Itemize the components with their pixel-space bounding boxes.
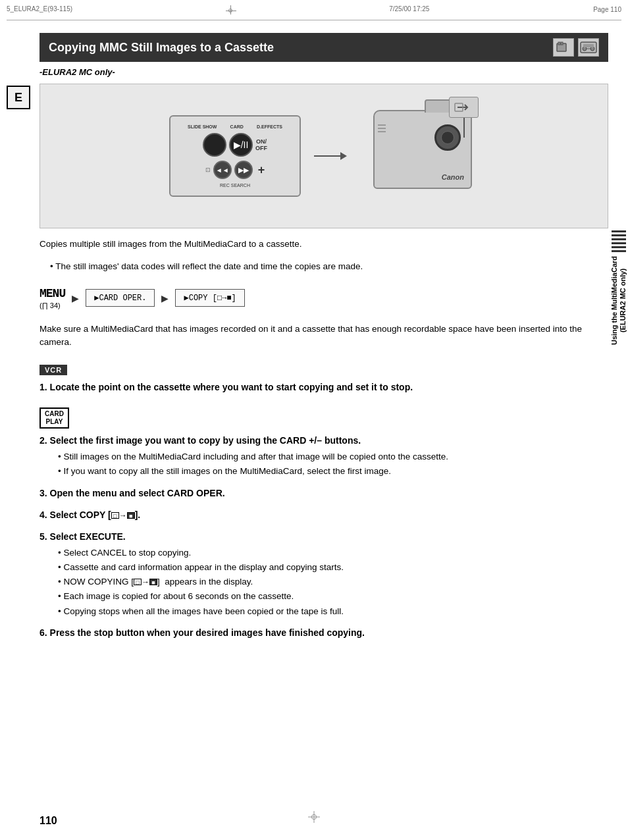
title-text: Copying MMC Still Images to a Cassette [49, 41, 274, 55]
subtitle: -ELURA2 MC only- [39, 67, 608, 77]
step-4-num: 4. [39, 510, 47, 520]
step-6-heading: 6. Press the stop button when your desir… [39, 626, 608, 640]
svg-rect-1 [558, 42, 560, 45]
step-6-text: Press the stop button when your desired … [50, 627, 365, 638]
step-5-num: 5. [39, 531, 47, 542]
header-right: Page 110 [593, 6, 621, 13]
svg-rect-6 [583, 44, 594, 47]
plus-symbol: + [258, 163, 265, 177]
make-sure-text: Make sure a MultiMediaCard that has imag… [39, 323, 608, 350]
btn-large-play: ▶/II [229, 133, 253, 157]
step-1: 1. Locate the point on the cassette wher… [39, 381, 608, 394]
header-center: 7/25/00 17:25 [389, 5, 429, 17]
page-number: 110 [39, 815, 57, 827]
step-5: 5. Select EXECUTE. Select CANCEL to stop… [39, 530, 608, 618]
card-icon [553, 38, 574, 57]
menu-bold-label: MENU [39, 287, 65, 300]
panel-bottom-label: REC SEARCH [181, 183, 289, 188]
description2: The still images' data codes will reflec… [39, 260, 608, 273]
device-panel: SLIDE SHOW CARD D.EFFECTS ▶/II ON/OFF [169, 97, 479, 215]
flow-arrow1: ▶ [72, 293, 79, 303]
device-image: SLIDE SHOW CARD D.EFFECTS ▶/II ON/OFF [39, 84, 608, 228]
page-header: 5_ELURA2_E(93-115) 7/25/00 17:25 Page 11… [7, 5, 621, 20]
sidebar-lines-decoration [612, 230, 626, 252]
card-play-line1: CARD [45, 410, 64, 418]
step-5-bullet-3: NOW COPYING [□→■] appears in the display… [58, 575, 608, 589]
step-1-num: 1. [39, 382, 47, 392]
sidebar-text: Using the MultiMediaCard (ELURA2 MC only… [610, 230, 628, 345]
step-2: 2. Select the first image you want to co… [39, 434, 608, 479]
step-2-heading: 2. Select the first image you want to co… [39, 434, 608, 448]
flow-arrow2: ▶ [161, 293, 169, 303]
btn-large-left [203, 133, 226, 157]
side-tab-e: E [7, 86, 30, 109]
control-panel: SLIDE SHOW CARD D.EFFECTS ▶/II ON/OFF [169, 115, 301, 197]
step-3-text: Open the menu and select CARD OPER. [50, 488, 225, 498]
flow-box1: ▶CARD OPER. [86, 289, 155, 307]
step-5-bullet-4: Each image is copied for about 6 seconds… [58, 590, 608, 603]
svg-rect-2 [561, 42, 563, 45]
step-2-num: 2. [39, 435, 47, 446]
title-bar: Copying MMC Still Images to a Cassette [39, 33, 608, 62]
step-5-bullet-5: Copying stops when all the images have b… [58, 605, 608, 618]
step-3: 3. Open the menu and select CARD OPER. [39, 486, 608, 500]
panel-labels: SLIDE SHOW CARD D.EFFECTS [181, 124, 289, 129]
step-4-text: Select COPY [□→■]. [50, 510, 141, 520]
step-5-bullet-2: Cassette and card information appear in … [58, 561, 608, 574]
step-2-bullet-2: If you want to copy all the still images… [58, 465, 608, 478]
main-content: Copying MMC Still Images to a Cassette [39, 33, 608, 648]
step-4-heading: 4. Select COPY [□→■]. [39, 508, 608, 522]
bottom-crosshair [308, 811, 320, 823]
step-2-bullet-1: Still images on the MultiMediaCard inclu… [58, 450, 608, 463]
step-5-heading: 5. Select EXECUTE. [39, 530, 608, 544]
step-5-text: Select EXECUTE. [50, 531, 126, 542]
step-6-num: 6. [39, 627, 47, 638]
btn-forward: ▶▶ [234, 161, 253, 179]
step-3-heading: 3. Open the menu and select CARD OPER. [39, 486, 608, 500]
menu-flow-row: MENU (∏ 34) ▶ ▶CARD OPER. ▶ ▶COPY [□→■] [39, 283, 608, 313]
cassette-icon [578, 38, 599, 57]
card-play-line2: PLAY [45, 418, 64, 426]
sidebar-rotated-label: Using the MultiMediaCard (ELURA2 MC only… [610, 256, 627, 345]
step-5-bullet-1: Select CANCEL to stop copying. [58, 546, 608, 560]
card-play-badge: CARD PLAY [39, 407, 69, 429]
step-6: 6. Press the stop button when your desir… [39, 626, 608, 640]
arrow-to-camera [314, 152, 347, 160]
header-left: 5_ELURA2_E(93-115) [7, 5, 72, 17]
panel-buttons: ▶/II ON/OFF [181, 133, 289, 157]
menu-label-block: MENU (∏ 34) [39, 287, 65, 309]
vcr-badge: VCR [39, 365, 67, 375]
step-1-text: Locate the point on the cassette where y… [50, 382, 413, 392]
menu-sub-label: (∏ 34) [39, 302, 61, 309]
camera-illustration: Canon [360, 97, 479, 215]
flow-box2: ▶COPY [□→■] [175, 289, 244, 307]
btn-rewind: ◄◄ [213, 161, 232, 179]
step-2-text: Select the first image you want to copy … [50, 435, 361, 446]
step-2-bullets: Still images on the MultiMediaCard inclu… [39, 450, 608, 479]
description1: Copies multiple still images from the Mu… [39, 238, 608, 251]
step-4: 4. Select COPY [□→■]. [39, 508, 608, 522]
step-1-heading: 1. Locate the point on the cassette wher… [39, 381, 608, 394]
step-5-bullets: Select CANCEL to stop copying. Cassette … [39, 546, 608, 618]
step-3-num: 3. [39, 488, 47, 498]
title-icons [553, 38, 599, 57]
